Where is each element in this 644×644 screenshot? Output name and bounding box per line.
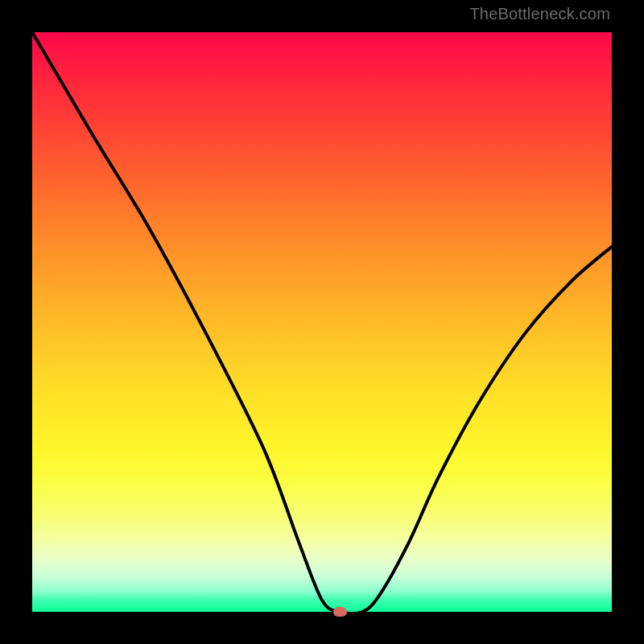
curve-svg	[32, 32, 612, 612]
optimum-marker	[333, 607, 347, 617]
watermark-text: TheBottleneck.com	[469, 5, 610, 23]
chart-frame: TheBottleneck.com	[0, 0, 644, 644]
plot-area	[32, 32, 612, 612]
bottleneck-curve-path	[32, 32, 612, 613]
